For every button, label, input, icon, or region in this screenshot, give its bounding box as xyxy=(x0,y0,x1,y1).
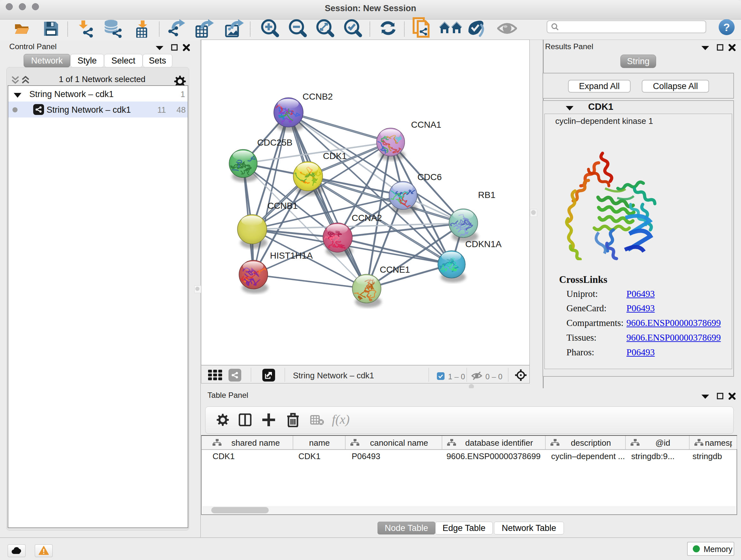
svg-text:CCNE1: CCNE1 xyxy=(380,265,410,274)
svg-text:HIST1H1A: HIST1H1A xyxy=(270,251,313,260)
svg-text:CCNB1: CCNB1 xyxy=(267,201,298,211)
svg-text:CCNA2: CCNA2 xyxy=(352,213,382,223)
svg-text:CDK1: CDK1 xyxy=(323,151,347,161)
svg-text:CCNB2: CCNB2 xyxy=(302,91,333,102)
svg-text:CDKN1A: CDKN1A xyxy=(465,239,502,249)
svg-text:RB1: RB1 xyxy=(478,190,495,200)
svg-text:CCNA1: CCNA1 xyxy=(411,120,441,130)
svg-text:CDC25B: CDC25B xyxy=(257,138,292,147)
svg-text:CDC6: CDC6 xyxy=(417,172,442,182)
